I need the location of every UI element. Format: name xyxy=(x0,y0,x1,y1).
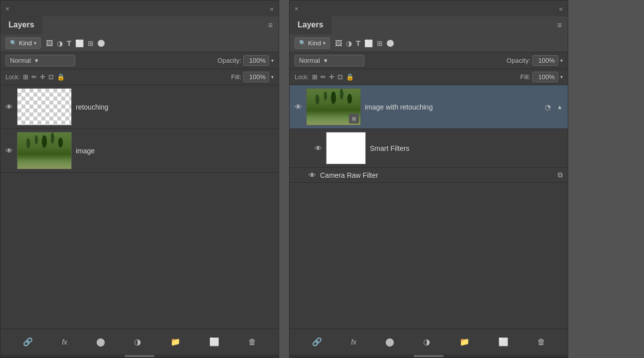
smartobject-filter-icon[interactable]: ⊞ xyxy=(88,39,94,47)
blend-mode-dropdown-left[interactable]: Normal ▾ xyxy=(5,55,75,66)
layer-thumb-retouching xyxy=(17,88,72,125)
image-filter-icon-r[interactable]: 🖼 xyxy=(335,39,342,47)
lock-artboard-icon-r[interactable]: ⊡ xyxy=(337,73,343,81)
lock-pixels-icon[interactable]: ⊞ xyxy=(23,73,28,81)
image-filter-icon[interactable]: 🖼 xyxy=(46,39,53,47)
fill-group-left: Fill: 100% ▾ xyxy=(231,72,274,82)
collapse-icon-right[interactable]: « xyxy=(559,5,563,12)
tab-layers-right[interactable]: Layers xyxy=(290,16,331,34)
close-icon-right[interactable]: × xyxy=(295,5,299,12)
fill-group-right: Fill: 100% ▾ xyxy=(520,72,563,82)
delete-icon-right[interactable]: 🗑 xyxy=(535,336,547,349)
fill-input-right[interactable]: 100% xyxy=(532,72,558,82)
layer-thumb-image xyxy=(17,132,72,169)
lock-move-icon-r[interactable]: ✛ xyxy=(329,73,334,81)
scroll-bar-left xyxy=(0,355,279,358)
layer-item-image-retouching[interactable]: 👁 ⊞ image with retouching ◔ ▲ xyxy=(290,85,568,129)
mask-icon-left[interactable]: ⬤ xyxy=(94,335,107,349)
bottom-bar-right: 🔗 fx ⬤ ◑ 📁 ⬜ 🗑 xyxy=(290,329,568,355)
camera-raw-label: Camera Raw Filter xyxy=(320,171,554,179)
filter-icons-left: 🖼 ◑ T ⬜ ⊞ xyxy=(46,39,105,47)
filter-options-icon[interactable]: ⧉ xyxy=(558,171,563,179)
scroll-handle-left xyxy=(125,355,155,357)
group-icon-right[interactable]: 📁 xyxy=(458,335,472,349)
tab-row-left: Layers ≡ xyxy=(0,16,279,34)
layer-name-retouching: retouching xyxy=(76,103,274,111)
adjustment-icon-right[interactable]: ◑ xyxy=(421,335,432,349)
adjustment-filter-icon-r[interactable]: ◑ xyxy=(346,39,352,47)
close-icon-left[interactable]: × xyxy=(5,5,9,12)
kind-dropdown-left[interactable]: 🔍 Kind ▾ xyxy=(5,37,41,49)
layers-list-left: 👁 retouching 👁 image xyxy=(0,85,279,329)
kind-dropdown-right[interactable]: 🔍 Kind ▾ xyxy=(295,37,330,49)
lock-artboard-icon[interactable]: ⊡ xyxy=(48,73,54,81)
forest-thumbnail xyxy=(17,132,71,169)
lock-all-icon-r[interactable]: 🔒 xyxy=(346,73,354,81)
blend-mode-dropdown-right[interactable]: Normal ▾ xyxy=(295,55,364,66)
link-icon-left[interactable]: 🔗 xyxy=(21,335,35,349)
circle-filter-icon-r[interactable] xyxy=(387,40,394,47)
adjustment-filter-icon[interactable]: ◑ xyxy=(57,39,63,47)
adjustment-icon-left[interactable]: ◑ xyxy=(132,335,143,349)
camera-raw-row: 👁 Camera Raw Filter ⧉ xyxy=(290,168,568,183)
chevron-down-icon-right: ▾ xyxy=(323,40,325,46)
delete-icon-left[interactable]: 🗑 xyxy=(246,336,258,349)
visibility-icon-smart-filters[interactable]: 👁 xyxy=(315,144,322,152)
visibility-icon-camera-raw[interactable]: 👁 xyxy=(309,171,316,179)
smart-filters-label: Smart Filters xyxy=(370,144,409,152)
new-layer-icon-right[interactable]: ⬜ xyxy=(496,335,510,349)
mask-icon-right[interactable]: ⬤ xyxy=(383,335,396,349)
divider xyxy=(282,0,286,358)
text-filter-icon-r[interactable]: T xyxy=(356,39,360,47)
bottom-bar-left: 🔗 fx ⬤ ◑ 📁 ⬜ 🗑 xyxy=(0,329,279,355)
layer-item-retouching[interactable]: 👁 retouching xyxy=(0,85,279,129)
lock-brush-icon[interactable]: ✏ xyxy=(31,73,37,81)
lock-row-right: Lock: ⊞ ✏ ✛ ⊡ 🔒 Fill: 100% ▾ xyxy=(290,69,568,85)
group-icon-left[interactable]: 📁 xyxy=(168,335,182,349)
visibility-icon-image-retouching[interactable]: 👁 xyxy=(295,103,302,111)
fill-chevron-right[interactable]: ▾ xyxy=(560,74,563,80)
visibility-icon-retouching[interactable]: 👁 xyxy=(5,103,13,111)
lock-brush-icon-r[interactable]: ✏ xyxy=(321,73,326,81)
lock-icons-right: ⊞ ✏ ✛ ⊡ 🔒 xyxy=(312,73,354,81)
chevron-down-icon-left: ▾ xyxy=(34,40,36,46)
layer-item-image[interactable]: 👁 image xyxy=(0,129,279,173)
lock-move-icon[interactable]: ✛ xyxy=(40,73,45,81)
collapse-icon-left[interactable]: « xyxy=(270,5,274,12)
opacity-chevron-left[interactable]: ▾ xyxy=(271,58,274,63)
visibility-icon-image[interactable]: 👁 xyxy=(5,146,13,155)
opacity-chevron-right[interactable]: ▾ xyxy=(560,58,563,63)
smart-object-badge: ⊞ xyxy=(349,114,359,123)
opacity-group-right: Opacity: 100% ▾ xyxy=(506,55,563,66)
lock-all-icon[interactable]: 🔒 xyxy=(57,73,65,81)
fill-input-left[interactable]: 100% xyxy=(243,72,269,82)
text-filter-icon[interactable]: T xyxy=(67,39,71,47)
blend-row-left: Normal ▾ Opacity: 100% ▾ xyxy=(0,52,279,69)
tab-layers-left[interactable]: Layers xyxy=(0,16,42,34)
opacity-group-left: Opacity: 100% ▾ xyxy=(217,55,274,66)
smartobject-filter-icon-r[interactable]: ⊞ xyxy=(377,39,383,47)
fill-chevron-left[interactable]: ▾ xyxy=(271,74,274,80)
menu-icon-left[interactable]: ≡ xyxy=(262,16,279,34)
fx-icon-left[interactable]: fx xyxy=(60,336,69,348)
lock-pixels-icon-r[interactable]: ⊞ xyxy=(312,73,318,81)
layer-collapse-arrow[interactable]: ▲ xyxy=(557,104,563,111)
shape-filter-icon-r[interactable]: ⬜ xyxy=(364,39,373,47)
new-layer-icon-left[interactable]: ⬜ xyxy=(207,335,221,349)
search-icon-left: 🔍 xyxy=(10,40,17,46)
layer-thumb-image-retouching: ⊞ xyxy=(306,88,361,125)
circle-filter-icon[interactable] xyxy=(98,40,105,47)
opacity-input-right[interactable]: 100% xyxy=(532,55,558,66)
link-icon-right[interactable]: 🔗 xyxy=(310,335,324,349)
lock-icons-left: ⊞ ✏ ✛ ⊡ 🔒 xyxy=(23,73,65,81)
filter-row-right: 🔍 Kind ▾ 🖼 ◑ T ⬜ ⊞ xyxy=(290,34,568,52)
scroll-bar-right xyxy=(290,355,568,358)
shape-filter-icon[interactable]: ⬜ xyxy=(75,39,84,47)
layer-name-image: image xyxy=(76,147,274,155)
scroll-handle-right xyxy=(414,355,444,357)
fx-icon-right[interactable]: fx xyxy=(349,336,358,348)
menu-icon-right[interactable]: ≡ xyxy=(551,16,568,34)
opacity-input-left[interactable]: 100% xyxy=(243,55,269,66)
layers-list-right: 👁 ⊞ image with retouching ◔ ▲ 👁 Smart Fi… xyxy=(290,85,568,329)
layer-mask-icon[interactable]: ◔ xyxy=(545,103,551,111)
